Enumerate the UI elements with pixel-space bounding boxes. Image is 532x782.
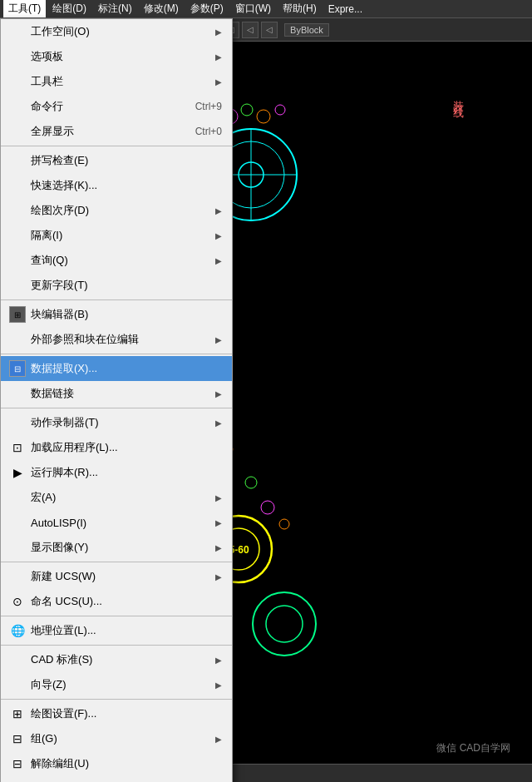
menu-item-label-wizard: 向导(Z) bbox=[31, 677, 66, 692]
menu-item-arrow-options-board: ▶ bbox=[215, 52, 222, 62]
menu-item-icon-placeholder-isolation bbox=[9, 227, 26, 244]
menu-separator bbox=[1, 562, 232, 562]
menu-item-drawsettings[interactable]: ⊞绘图设置(F)... bbox=[1, 701, 232, 726]
menu-item-icon-dataextract: ⊟ bbox=[9, 360, 26, 377]
menu-item-icon-blockeditor: ⊞ bbox=[9, 306, 26, 323]
menu-modify[interactable]: 修改(M) bbox=[139, 0, 184, 17]
menu-item-arrow-draworder: ▶ bbox=[215, 206, 222, 215]
menu-item-macro[interactable]: 宏(A)▶ bbox=[1, 485, 232, 510]
menu-item-label-runscript: 运行脚本(R)... bbox=[31, 465, 98, 480]
menu-item-geolocation[interactable]: 🌐地理位置(L)... bbox=[1, 618, 232, 643]
menu-item-icon-placeholder-quicksel bbox=[9, 177, 26, 194]
menu-item-toolbar[interactable]: 工具栏▶ bbox=[1, 69, 232, 94]
menu-item-icon-placeholder-autolisp bbox=[9, 514, 26, 531]
menu-item-shortcut-fullscreen: Ctrl+0 bbox=[179, 126, 222, 137]
menu-item-icon-group: ⊟ bbox=[9, 730, 26, 747]
menu-item-icon-drawsettings: ⊞ bbox=[9, 705, 26, 722]
menu-item-label-newucs: 新建 UCS(W) bbox=[31, 569, 96, 584]
menu-item-icon-placeholder-options-board bbox=[9, 48, 26, 65]
menu-draw[interactable]: 绘图(D) bbox=[47, 0, 91, 17]
menu-item-query[interactable]: 查询(Q)▶ bbox=[1, 248, 232, 273]
menu-item-arrow-showimage: ▶ bbox=[215, 543, 222, 552]
menu-item-fullscreen[interactable]: 全屏显示Ctrl+0 bbox=[1, 119, 232, 144]
menu-item-icon-placeholder-commandline bbox=[9, 98, 26, 115]
menu-help[interactable]: 帮助(H) bbox=[278, 0, 322, 17]
menu-item-spell[interactable]: 拼写检查(E) bbox=[1, 148, 232, 173]
menu-item-workspace[interactable]: 工作空间(O)▶ bbox=[1, 19, 232, 44]
menu-item-icon-loadapp: ⊡ bbox=[9, 439, 26, 456]
menu-item-datalink[interactable]: 数据链接▶ bbox=[1, 381, 232, 406]
toolbar-icon-5[interactable]: ◁ bbox=[261, 22, 278, 38]
menu-item-label-quicksel: 快速选择(K)... bbox=[31, 178, 97, 193]
menu-item-cadstandard[interactable]: CAD 标准(S)▶ bbox=[1, 647, 232, 672]
menu-item-label-showimage: 显示图像(Y) bbox=[31, 540, 88, 555]
menu-item-label-geolocation: 地理位置(L)... bbox=[31, 623, 96, 638]
menu-item-label-dataextract: 数据提取(X)... bbox=[31, 361, 97, 376]
menu-item-commandline[interactable]: 命令行Ctrl+9 bbox=[1, 94, 232, 119]
menu-express[interactable]: Expre... bbox=[323, 2, 367, 17]
menu-separator bbox=[1, 146, 232, 146]
menu-item-group[interactable]: ⊟组(G)▶ bbox=[1, 726, 232, 751]
menu-item-digitizer[interactable]: 数字化仪(B)▶ bbox=[1, 776, 232, 782]
menu-item-ungroup[interactable]: ⊟解除编组(U) bbox=[1, 751, 232, 776]
byblock-label: ByBlock bbox=[284, 23, 329, 37]
menu-item-arrow-recorder: ▶ bbox=[215, 418, 222, 428]
menu-item-icon-placeholder-datalink bbox=[9, 385, 26, 402]
menu-item-isolation[interactable]: 隔离(I)▶ bbox=[1, 223, 232, 248]
menu-separator bbox=[1, 354, 232, 354]
toolbar-icon-4[interactable]: ◁ bbox=[242, 22, 259, 38]
menu-item-draworder[interactable]: 绘图次序(D)▶ bbox=[1, 198, 232, 223]
menu-tools[interactable]: 工具(T) bbox=[3, 0, 46, 17]
menu-item-loadapp[interactable]: ⊡加载应用程序(L)... bbox=[1, 435, 232, 460]
menu-item-icon-placeholder-draworder bbox=[9, 202, 26, 219]
menu-separator bbox=[1, 616, 232, 616]
menu-item-arrow-datalink: ▶ bbox=[215, 389, 222, 398]
menu-item-arrow-query: ▶ bbox=[215, 256, 222, 265]
menu-item-label-blockeditor: 块编辑器(B) bbox=[31, 307, 88, 322]
menu-item-updatefield[interactable]: 更新字段(T) bbox=[1, 273, 232, 298]
menu-separator bbox=[1, 299, 232, 300]
menu-item-label-fullscreen: 全屏显示 bbox=[31, 124, 74, 139]
menu-item-arrow-wizard: ▶ bbox=[215, 681, 222, 690]
menu-item-showimage[interactable]: 显示图像(Y)▶ bbox=[1, 535, 232, 560]
menu-item-newucs[interactable]: 新建 UCS(W)▶ bbox=[1, 564, 232, 589]
menu-separator bbox=[1, 645, 232, 646]
menu-item-externalref[interactable]: 外部参照和块在位编辑▶ bbox=[1, 327, 232, 352]
menu-item-wizard[interactable]: 向导(Z)▶ bbox=[1, 672, 232, 697]
menu-item-icon-geolocation: 🌐 bbox=[9, 622, 26, 639]
menu-item-nameucs[interactable]: ⊙命名 UCS(U)... bbox=[1, 589, 232, 614]
menu-item-icon-runscript: ▶ bbox=[9, 464, 26, 481]
menu-mark[interactable]: 标注(N) bbox=[93, 0, 137, 17]
menu-item-arrow-externalref: ▶ bbox=[215, 335, 222, 344]
menu-item-icon-placeholder-query bbox=[9, 252, 26, 269]
menu-item-autolisp[interactable]: AutoLISP(I)▶ bbox=[1, 510, 232, 535]
menu-item-icon-placeholder-toolbar bbox=[9, 73, 26, 90]
menu-item-arrow-newucs: ▶ bbox=[215, 572, 222, 582]
menu-item-dataextract[interactable]: ⊟数据提取(X)... bbox=[1, 356, 232, 381]
drawing-title: 装订线 bbox=[451, 92, 466, 101]
menu-item-options-board[interactable]: 选项板▶ bbox=[1, 44, 232, 69]
menu-item-label-options-board: 选项板 bbox=[31, 49, 63, 64]
menu-item-recorder[interactable]: 动作录制器(T)▶ bbox=[1, 410, 232, 435]
menu-item-label-recorder: 动作录制器(T) bbox=[31, 415, 99, 430]
menu-item-arrow-group: ▶ bbox=[215, 735, 222, 744]
menu-item-label-spell: 拼写检查(E) bbox=[31, 153, 88, 168]
menu-item-icon-placeholder-recorder bbox=[9, 414, 26, 431]
menu-item-blockeditor[interactable]: ⊞块编辑器(B) bbox=[1, 302, 232, 327]
menu-item-arrow-cadstandard: ▶ bbox=[215, 656, 222, 665]
wechat-watermark: 微信 CAD自学网 bbox=[431, 740, 515, 757]
menu-item-label-externalref: 外部参照和块在位编辑 bbox=[31, 332, 139, 347]
menu-window[interactable]: 窗口(W) bbox=[230, 0, 276, 17]
menu-params[interactable]: 参数(P) bbox=[185, 0, 229, 17]
menu-item-label-nameucs: 命名 UCS(U)... bbox=[31, 594, 102, 609]
menu-item-runscript[interactable]: ▶运行脚本(R)... bbox=[1, 460, 232, 485]
menu-item-icon-placeholder-showimage bbox=[9, 539, 26, 556]
menu-item-label-drawsettings: 绘图设置(F)... bbox=[31, 706, 96, 721]
menu-item-arrow-toolbar: ▶ bbox=[215, 77, 222, 87]
menu-separator bbox=[1, 699, 232, 700]
menu-item-quicksel[interactable]: 快速选择(K)... bbox=[1, 173, 232, 198]
menu-bar: 工具(T) 绘图(D) 标注(N) 修改(M) 参数(P) 窗口(W) 帮助(H… bbox=[0, 0, 532, 18]
menu-item-label-datalink: 数据链接 bbox=[31, 386, 74, 401]
menu-item-label-updatefield: 更新字段(T) bbox=[31, 278, 88, 293]
menu-item-label-group: 组(G) bbox=[31, 731, 57, 746]
